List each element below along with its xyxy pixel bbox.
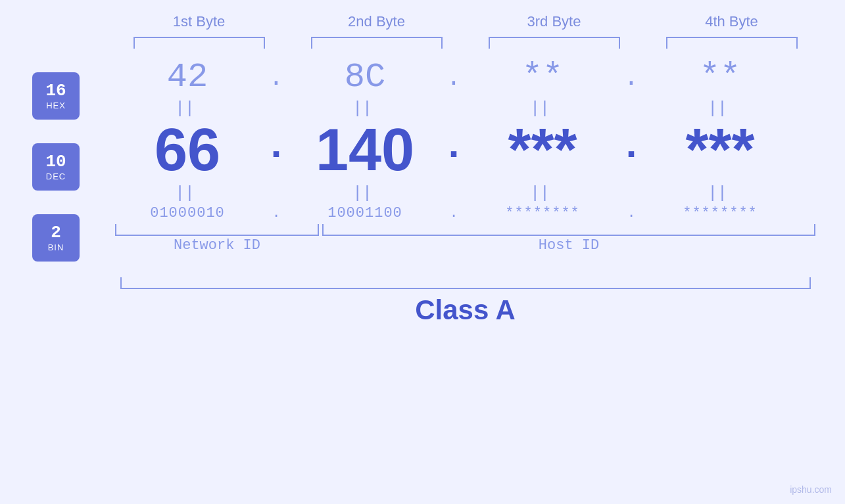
main-container: 1st Byte 2nd Byte 3rd Byte 4th Byte 16 H… (0, 0, 845, 504)
hex-b2-value: 8C (345, 58, 385, 97)
hex-row: 42 . 8C . ** . ** (92, 60, 815, 95)
bin-b2-cell: 10001100 (289, 205, 441, 221)
hex-b4-value: ** (700, 58, 740, 97)
hex-b2-cell: 8C (289, 60, 441, 95)
eq2-b4: || (644, 182, 796, 202)
hex-dot1: . (263, 64, 289, 92)
eq2-b1: || (112, 182, 263, 202)
dec-badge-num: 10 (45, 152, 66, 172)
dec-b3-value: *** (508, 117, 577, 183)
class-bracket-container (120, 277, 811, 289)
bin-dot1: . (263, 205, 289, 221)
bottom-brackets (92, 224, 815, 236)
byte3-header: 3rd Byte (479, 13, 630, 30)
host-id-label: Host ID (322, 237, 815, 254)
dec-b2-cell: 140 (289, 120, 441, 179)
eq1-b3: || (467, 97, 618, 118)
bin-b4-cell: ******** (644, 205, 796, 221)
labels-row: Network ID Host ID (92, 237, 815, 254)
dec-badge-label: DEC (46, 172, 66, 181)
hex-b1-value: 42 (167, 58, 208, 97)
equals-row-2: || || || || (92, 182, 815, 202)
dec-b3-cell: *** (467, 120, 618, 179)
bin-b2-value: 10001100 (327, 205, 402, 221)
equals-row-1: || || || || (92, 97, 815, 118)
class-label: Class A (415, 294, 516, 325)
bracket-host (322, 224, 815, 236)
badges-column: 16 HEX 10 DEC 2 BIN (0, 60, 92, 273)
hex-badge: 16 HEX (32, 72, 80, 120)
byte2-header: 2nd Byte (301, 13, 452, 30)
values-grid: 42 . 8C . ** . ** || || (92, 60, 845, 273)
bin-b1-cell: 01000010 (112, 205, 263, 221)
dec-b1-value: 66 (155, 117, 220, 183)
bin-badge: 2 BIN (32, 214, 80, 262)
hex-dot2: . (441, 64, 467, 92)
bin-badge-num: 2 (51, 223, 61, 242)
dec-b4-cell: *** (644, 120, 796, 179)
bin-dot2: . (441, 205, 467, 221)
dec-badge: 10 DEC (32, 143, 80, 191)
bin-badge-label: BIN (48, 242, 64, 252)
bin-row: 01000010 . 10001100 . ******** . *******… (92, 205, 815, 221)
bin-b1-value: 01000010 (150, 205, 225, 221)
bracket-top-1 (133, 37, 265, 49)
hex-badge-label: HEX (46, 101, 66, 110)
top-brackets (110, 37, 821, 49)
dec-b4-value: *** (685, 117, 754, 183)
class-bracket (120, 277, 811, 289)
dec-b2-value: 140 (316, 117, 414, 183)
bracket-top-4 (666, 37, 798, 49)
bracket-top-3 (489, 37, 620, 49)
eq1-b2: || (289, 97, 441, 118)
footer-text: ipshu.com (790, 484, 832, 495)
dec-row: 66 . 140 . *** . *** (92, 120, 815, 179)
network-id-label: Network ID (115, 237, 319, 254)
eq1-b4: || (644, 97, 796, 118)
class-label-container: Class A (120, 294, 811, 326)
byte-headers: 1st Byte 2nd Byte 3rd Byte 4th Byte (110, 13, 821, 30)
hex-b3-value: ** (522, 58, 563, 97)
content-section: 16 HEX 10 DEC 2 BIN 42 . 8C (0, 60, 845, 273)
dec-b1-cell: 66 (112, 120, 263, 179)
dec-dot2: . (441, 124, 467, 175)
hex-b4-cell: ** (644, 60, 796, 95)
bin-b3-value: ******** (505, 205, 580, 221)
byte4-header: 4th Byte (656, 13, 808, 30)
bin-b4-value: ******** (683, 205, 758, 221)
hex-dot3: . (618, 64, 644, 92)
bin-b3-cell: ******** (467, 205, 618, 221)
footer: ipshu.com (790, 484, 832, 495)
dec-dot3: . (618, 124, 644, 175)
bracket-network (115, 224, 319, 236)
dec-dot1: . (263, 124, 289, 175)
eq2-b2: || (289, 182, 441, 202)
eq1-b1: || (112, 97, 263, 118)
hex-badge-num: 16 (45, 81, 66, 101)
hex-b3-cell: ** (467, 60, 618, 95)
eq2-b3: || (467, 182, 618, 202)
hex-b1-cell: 42 (112, 60, 263, 95)
byte1-header: 1st Byte (124, 13, 275, 30)
bin-dot3: . (618, 205, 644, 221)
bracket-top-2 (311, 37, 443, 49)
